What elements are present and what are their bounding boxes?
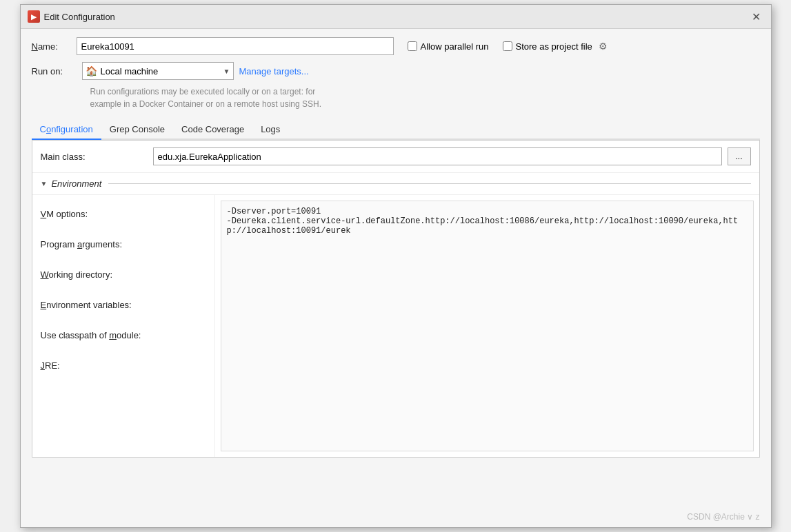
environment-label: Environment — [51, 178, 101, 189]
working-directory-label: Working directory: — [41, 264, 206, 294]
run-on-value: Local machine — [101, 66, 220, 76]
store-project-checkbox[interactable] — [503, 41, 512, 51]
close-button[interactable]: ✕ — [749, 9, 764, 24]
fields-area: VM options: Program arguments: Working d… — [32, 195, 759, 457]
chevron-down-icon: ▼ — [223, 68, 230, 75]
tab-logs[interactable]: Logs — [252, 120, 288, 140]
divider-line — [108, 183, 750, 184]
allow-parallel-group: Allow parallel run — [408, 41, 489, 52]
main-class-row: Main class: ... — [32, 141, 759, 173]
app-icon: ▶ — [28, 10, 40, 23]
vm-options-label: VM options: — [41, 203, 206, 234]
environment-section: ▼ Environment — [32, 173, 759, 195]
store-project-label: Store as project file — [516, 41, 592, 52]
tab-code-coverage[interactable]: Code Coverage — [173, 120, 252, 140]
info-text: Run configurations may be executed local… — [90, 85, 760, 110]
header-right: Allow parallel run Store as project file… — [408, 41, 608, 52]
manage-targets-link[interactable]: Manage targets... — [239, 66, 309, 76]
tab-grep-console[interactable]: Grep Console — [101, 120, 173, 140]
fields-labels: VM options: Program arguments: Working d… — [32, 195, 215, 457]
dialog-title: Edit Configuration — [44, 12, 115, 22]
allow-parallel-checkbox[interactable] — [408, 41, 417, 51]
environment-variables-label: Environment variables: — [41, 294, 206, 325]
run-on-dropdown[interactable]: 🏠 Local machine ▼ — [82, 62, 234, 80]
program-arguments-label: Program arguments: — [41, 234, 206, 264]
tab-configuration[interactable]: Configuration — [32, 120, 101, 140]
store-project-group: Store as project file ⚙ — [503, 41, 608, 52]
use-classpath-label: Use classpath of module: — [41, 325, 206, 355]
name-input[interactable] — [77, 37, 394, 55]
run-on-row: Run on: 🏠 Local machine ▼ Manage targets… — [32, 62, 760, 80]
title-bar-left: ▶ Edit Configuration — [28, 10, 115, 23]
collapse-icon[interactable]: ▼ — [41, 180, 48, 187]
gear-icon[interactable]: ⚙ — [599, 41, 608, 52]
title-bar: ▶ Edit Configuration ✕ — [21, 5, 771, 29]
main-class-label: Main class: — [41, 152, 148, 162]
environment-header: ▼ Environment — [41, 178, 751, 189]
allow-parallel-label: Allow parallel run — [421, 41, 489, 52]
tab-content-panel: Main class: ... ▼ Environment VM options… — [32, 140, 760, 458]
watermark: CSDN @Archie ∨ z — [687, 512, 759, 522]
tabs: Configuration Grep Console Code Coverage… — [32, 120, 760, 140]
name-label: Name: — [32, 41, 77, 52]
browse-button[interactable]: ... — [728, 147, 751, 165]
edit-configuration-dialog: ▶ Edit Configuration ✕ Name: Allow paral… — [20, 4, 772, 528]
name-row: Name: Allow parallel run Store as projec… — [32, 37, 760, 55]
vm-options-textarea[interactable]: -Dserver.port=10091 -Deureka.client.serv… — [221, 201, 754, 451]
home-icon: 🏠 — [86, 65, 97, 76]
jre-label: JRE: — [41, 355, 206, 385]
main-class-input[interactable] — [153, 147, 722, 165]
run-on-label: Run on: — [32, 66, 77, 76]
dialog-body: Name: Allow parallel run Store as projec… — [21, 29, 771, 466]
